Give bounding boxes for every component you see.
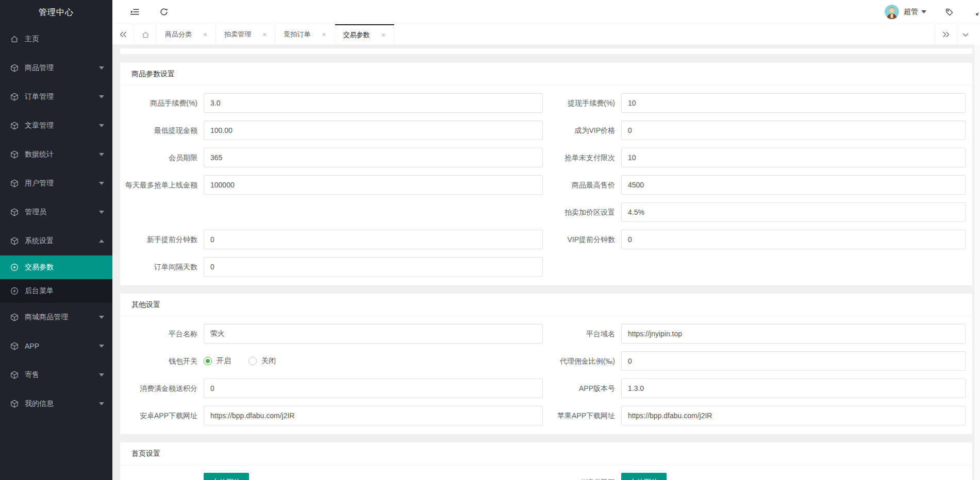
header-right: 超管 xyxy=(885,5,980,19)
tag-icon xyxy=(945,8,954,16)
toggle-sidebar-button[interactable] xyxy=(130,8,139,15)
field-input[interactable] xyxy=(621,202,966,222)
field-input[interactable] xyxy=(621,148,966,167)
tab-3[interactable]: 竞拍订单× xyxy=(275,24,335,45)
cube-icon xyxy=(10,371,19,379)
sidebar-item-label: APP xyxy=(25,342,39,350)
radio-option[interactable]: 开启 xyxy=(204,356,231,366)
radio-option[interactable]: 关闭 xyxy=(248,356,276,366)
fullscreen-button[interactable] xyxy=(975,8,980,16)
field-input[interactable] xyxy=(621,379,966,398)
close-tab-icon[interactable]: × xyxy=(262,31,267,38)
sidebar-item-articles[interactable]: 文章管理 xyxy=(0,111,112,140)
sidebar-item-label: 商城商品管理 xyxy=(25,313,68,322)
field-input[interactable] xyxy=(204,257,543,277)
field-control xyxy=(621,202,966,222)
username: 超管 xyxy=(904,7,918,16)
field-input[interactable] xyxy=(621,230,966,249)
tabs-scroll-left-button[interactable] xyxy=(112,24,135,45)
form-cell: 会员期限 xyxy=(120,148,543,167)
section-body: 商品手续费(%)提现手续费(%)最低提现金额成为VIP价格会员期限抢单未支付限次… xyxy=(120,86,972,285)
chevron-down-icon xyxy=(962,33,969,37)
section-body: 平台名称平台域名钱包开关开启关闭代理佣金比例(‰)消费满金额送积分APP版本号安… xyxy=(120,317,972,434)
tag-button[interactable] xyxy=(945,8,954,16)
form-cell: 拍卖加价区设置 xyxy=(543,202,966,222)
field-input[interactable] xyxy=(621,406,966,425)
tab-1[interactable]: 商品分类× xyxy=(157,24,216,45)
form-cell: APP版本号 xyxy=(543,379,966,398)
cube-icon xyxy=(10,237,19,245)
field-input[interactable] xyxy=(621,93,966,113)
radio-option-label: 关闭 xyxy=(261,356,276,366)
refresh-button[interactable] xyxy=(160,8,168,16)
field-control xyxy=(204,148,543,167)
sidebar-item-my-info[interactable]: 我的信息 xyxy=(0,389,112,418)
sidebar-item-goods[interactable]: 商品管理 xyxy=(0,54,112,82)
field-input[interactable] xyxy=(204,379,543,398)
sidebar-item-label: 交易参数 xyxy=(25,263,54,272)
field-input[interactable] xyxy=(204,148,543,167)
sidebar-item-label: 管理员 xyxy=(25,208,46,217)
field-control xyxy=(621,230,966,249)
field-input[interactable] xyxy=(204,93,543,113)
top-header: 超管 xyxy=(112,0,980,24)
form-cell xyxy=(120,202,543,222)
tab-home[interactable] xyxy=(135,24,157,45)
field-input[interactable] xyxy=(204,406,543,425)
radio-unselected-icon[interactable] xyxy=(248,357,257,365)
tab-options-button[interactable] xyxy=(957,24,980,45)
sidebar-item-users[interactable]: 用户管理 xyxy=(0,169,112,198)
close-tab-icon[interactable]: × xyxy=(203,31,207,38)
tabs-scroll-right-button[interactable] xyxy=(935,24,957,45)
content-scrollbar[interactable] xyxy=(974,45,980,480)
form-row: 新手提前分钟数VIP提前分钟数 xyxy=(120,230,966,249)
field-label: 苹果APP下载网址 xyxy=(543,411,621,421)
caret-down-icon xyxy=(99,66,104,70)
field-input[interactable] xyxy=(204,121,543,140)
scrolled-panel-remnant xyxy=(120,48,972,55)
sidebar-item-backend-menu[interactable]: 后台菜单 xyxy=(0,279,112,303)
form-row: 安卓APP下载网址苹果APP下载网址 xyxy=(120,406,966,425)
sidebar-item-mall-goods[interactable]: 商城商品管理 xyxy=(0,303,112,332)
sidebar-item-trade-params[interactable]: 交易参数 xyxy=(0,255,112,279)
field-control xyxy=(204,230,543,249)
field-label: 商品最高售价 xyxy=(543,180,621,190)
close-tab-icon[interactable]: × xyxy=(381,31,386,39)
field-input[interactable] xyxy=(621,175,966,195)
field-input[interactable] xyxy=(204,175,543,195)
field-input[interactable] xyxy=(204,324,543,344)
form-row: 钱包开关开启关闭代理佣金比例(‰) xyxy=(120,351,966,371)
field-input[interactable] xyxy=(621,324,966,344)
tab-bar: 商品分类×拍卖管理×竞拍订单×交易参数× xyxy=(112,24,980,45)
sidebar-item-system[interactable]: 系统设置 xyxy=(0,227,112,255)
form-row: 每天最多抢单上线金额商品最高售价 xyxy=(120,175,966,195)
field-control xyxy=(621,175,966,195)
sidebar-item-label: 订单管理 xyxy=(25,92,54,101)
tab-2[interactable]: 拍卖管理× xyxy=(216,24,275,45)
field-input[interactable] xyxy=(621,121,966,140)
form-row: 商品手续费(%)提现手续费(%) xyxy=(120,93,966,113)
form-cell: 平台名称 xyxy=(120,324,543,344)
field-label: 拍卖加价区设置 xyxy=(543,208,621,217)
close-tab-icon[interactable]: × xyxy=(322,31,326,38)
sidebar-item-home[interactable]: 主页 xyxy=(0,25,112,54)
sidebar-item-orders[interactable]: 订单管理 xyxy=(0,82,112,111)
section-title: 商品参数设置 xyxy=(120,63,972,86)
field-input[interactable] xyxy=(204,230,543,249)
upload-image-button[interactable]: 上传图片 xyxy=(621,473,667,480)
upload-image-button[interactable]: 上传图片 xyxy=(204,473,249,480)
sidebar-item-label: 系统设置 xyxy=(25,236,54,246)
sidebar-item-statistics[interactable]: 数据统计 xyxy=(0,140,112,169)
tab-4[interactable]: 交易参数× xyxy=(335,24,394,45)
field-input[interactable] xyxy=(621,351,966,371)
user-menu[interactable]: 超管 xyxy=(885,5,926,19)
sidebar-item-consignment[interactable]: 寄售 xyxy=(0,361,112,389)
form-row: 最低提现金额成为VIP价格 xyxy=(120,121,966,140)
sidebar-item-admins[interactable]: 管理员 xyxy=(0,198,112,227)
section-homepage-settings: 首页设置Logo上传图片邀请背景图上传图片 xyxy=(120,442,972,480)
section-title: 首页设置 xyxy=(120,442,972,466)
field-label: 平台名称 xyxy=(120,329,204,339)
sidebar-item-app[interactable]: APP xyxy=(0,332,112,361)
app-title: 管理中心 xyxy=(0,0,112,25)
radio-selected-icon[interactable] xyxy=(204,357,212,365)
